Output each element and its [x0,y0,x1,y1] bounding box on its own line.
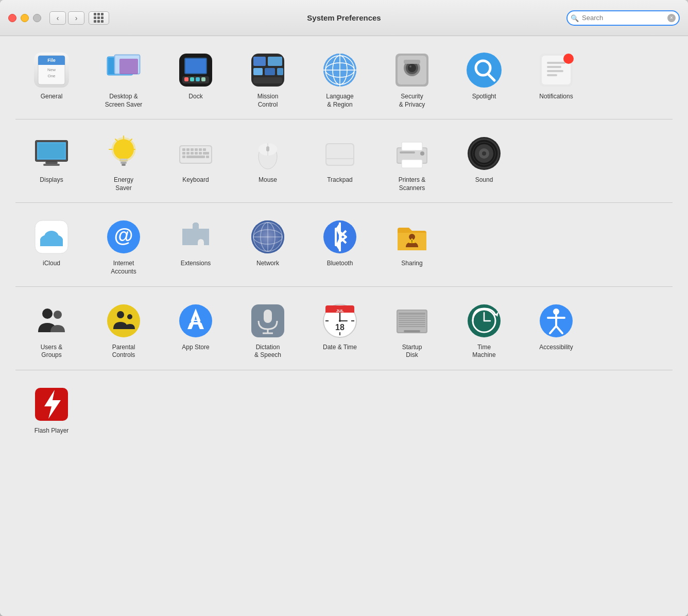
startup-disk-label: StartupDisk [402,344,422,360]
network-icon [249,218,286,255]
displays-icon [33,135,70,172]
svg-rect-16 [196,77,200,81]
pref-energy-saver[interactable]: EnergySaver [88,130,160,197]
svg-rect-25 [277,68,283,75]
svg-text:One: One [47,74,56,78]
pref-users-groups[interactable]: Users &Groups [15,297,88,365]
printers-scanners-label: Printers &Scanners [399,176,426,192]
date-time-label: Date & Time [323,344,357,352]
trackpad-icon [321,135,358,172]
pref-spotlight[interactable]: Spotlight [448,46,520,114]
pref-sharing[interactable]: ! Sharing [376,213,448,281]
svg-rect-111 [40,242,63,246]
svg-rect-55 [38,143,65,159]
pref-network[interactable]: Network [232,213,304,281]
forward-icon: › [75,14,78,22]
pref-internet-accounts[interactable]: @ InternetAccounts [88,213,160,281]
svg-rect-78 [191,152,194,155]
svg-text:New: New [47,67,56,72]
svg-rect-95 [402,142,422,150]
pref-mouse[interactable]: Mouse [232,130,304,197]
dock-icon [177,52,214,89]
pref-general[interactable]: File New One General [15,46,88,114]
pref-startup-disk[interactable]: StartupDisk [376,297,448,365]
language-region-label: Language& Region [326,93,353,109]
svg-rect-89 [266,146,269,151]
dock-label: Dock [188,93,202,101]
pref-dock[interactable]: Dock [160,46,232,114]
minimize-button[interactable] [21,14,29,22]
pref-app-store[interactable]: A App Store [160,297,232,365]
internet-accounts-icon: @ [105,218,142,255]
nav-buttons: ‹ › [49,11,84,25]
svg-point-58 [113,139,134,160]
pref-sound[interactable]: Sound [448,130,520,197]
svg-rect-49 [547,70,563,72]
startup-disk-icon [393,302,431,339]
svg-point-97 [420,151,424,156]
pref-notifications[interactable]: Notifications [520,46,592,114]
svg-rect-76 [182,152,185,155]
svg-text:@: @ [114,225,133,246]
pref-language-region[interactable]: Language& Region [304,46,376,114]
svg-point-133 [127,314,132,319]
spotlight-icon [466,52,503,89]
svg-rect-48 [547,66,561,68]
extensions-label: Extensions [181,260,211,268]
window-title: System Preferences [307,13,381,22]
back-button[interactable]: ‹ [49,11,66,25]
svg-rect-21 [253,57,266,66]
pref-accessibility[interactable]: Accessibility [520,297,592,365]
svg-rect-60 [121,162,127,164]
flash-player-label: Flash Player [35,427,69,435]
svg-rect-11 [119,59,138,74]
pref-mission-control[interactable]: MissionControl [232,46,304,114]
general-label: General [41,93,63,101]
pref-keyboard[interactable]: Keyboard [160,130,232,197]
zoom-button[interactable] [33,14,41,22]
security-privacy-label: Security& Privacy [399,93,425,109]
pref-displays[interactable]: Displays [15,130,88,197]
pref-icloud[interactable]: iCloud [15,213,88,281]
show-all-button[interactable] [89,11,109,25]
svg-rect-81 [203,152,209,155]
svg-rect-47 [547,62,565,64]
pref-printers-scanners[interactable]: Printers &Scanners [376,130,448,197]
search-input[interactable] [566,10,680,26]
svg-rect-26 [253,77,282,83]
svg-rect-157 [399,316,425,317]
other-grid: Flash Player [15,381,673,440]
pref-extensions[interactable]: Extensions [160,213,232,281]
pref-flash-player[interactable]: Flash Player [15,381,88,440]
pref-bluetooth[interactable]: Bluetooth [304,213,376,281]
close-button[interactable] [8,14,16,22]
time-machine-icon [466,302,503,339]
users-groups-label: Users &Groups [41,344,63,360]
personal-grid: File New One General [15,46,673,114]
energy-saver-label: EnergySaver [114,176,133,192]
desktop-screen-saver-icon [105,52,142,89]
parental-controls-label: ParentalControls [112,344,135,360]
parental-controls-icon [105,302,142,339]
pref-dictation-speech[interactable]: Dictation& Speech [232,297,304,365]
section-other: Flash Player [15,370,673,451]
pref-security-privacy[interactable]: Security& Privacy [376,46,448,114]
pref-time-machine[interactable]: TimeMachine [448,297,520,365]
svg-text:A: A [188,310,203,332]
pref-trackpad[interactable]: Trackpad [304,130,376,197]
svg-rect-72 [191,148,194,151]
forward-button[interactable]: › [68,11,84,25]
pref-date-time[interactable]: 18 JUL Date & Time [304,297,376,365]
svg-rect-50 [547,74,557,76]
pref-desktop-screen-saver[interactable]: Desktop &Screen Saver [88,46,160,114]
network-label: Network [256,260,279,268]
search-clear-button[interactable]: × [667,14,676,22]
pref-parental-controls[interactable]: ParentalControls [88,297,160,365]
spotlight-label: Spotlight [472,93,496,101]
svg-rect-70 [182,148,185,151]
svg-rect-61 [122,164,126,166]
svg-rect-41 [404,60,420,64]
mouse-icon [249,135,286,172]
svg-rect-138 [264,310,272,323]
svg-rect-23 [253,68,263,75]
